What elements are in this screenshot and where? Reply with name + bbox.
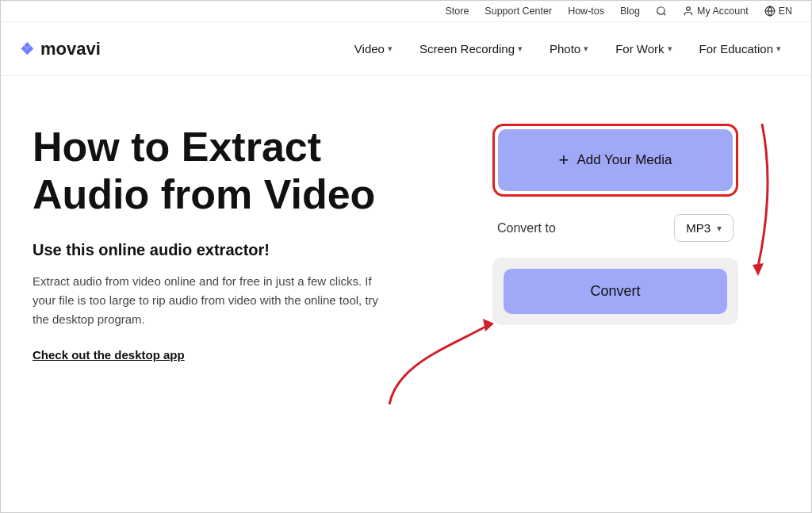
account-link[interactable]: My Account: [683, 6, 749, 17]
description: Extract audio from video online and for …: [33, 272, 381, 329]
store-link[interactable]: Store: [445, 6, 469, 17]
convert-button-wrapper: Convert: [492, 258, 738, 325]
language-selector[interactable]: EN: [764, 6, 792, 17]
nav-items: Video ▾ Screen Recording ▾ Photo ▾ For W…: [343, 36, 792, 62]
chevron-down-icon: ▾: [717, 223, 722, 234]
desktop-app-link[interactable]: Check out the desktop app: [33, 348, 185, 362]
logo-icon: ❖: [20, 40, 34, 59]
chevron-down-icon: ▾: [776, 44, 781, 54]
svg-marker-6: [483, 319, 494, 331]
page-title: How to Extract Audio from Video: [33, 124, 445, 219]
main-content: How to Extract Audio from Video Use this…: [1, 76, 811, 507]
nav-item-for-work[interactable]: For Work ▾: [604, 36, 683, 62]
support-link[interactable]: Support Center: [485, 6, 552, 17]
format-selector[interactable]: MP3 ▾: [674, 214, 733, 242]
top-utility-bar: Store Support Center How-tos Blog My Acc…: [1, 1, 811, 22]
convert-to-row: Convert to MP3 ▾: [492, 206, 738, 250]
logo[interactable]: ❖ movavi: [20, 39, 101, 59]
chevron-down-icon: ▾: [518, 44, 523, 54]
svg-point-0: [657, 7, 665, 14]
convert-to-label: Convert to: [497, 221, 556, 235]
blog-link[interactable]: Blog: [620, 6, 640, 17]
add-media-wrapper: + Add Your Media: [492, 124, 738, 197]
search-trigger[interactable]: [656, 6, 667, 17]
chevron-down-icon: ▾: [668, 44, 672, 54]
right-widget: + Add Your Media Convert to MP3 ▾ Conver…: [492, 124, 738, 325]
chevron-down-icon: ▾: [584, 44, 588, 54]
add-media-label: Add Your Media: [576, 152, 672, 168]
plus-icon: +: [559, 150, 569, 170]
add-media-button[interactable]: + Add Your Media: [498, 129, 733, 191]
nav-item-video[interactable]: Video ▾: [343, 36, 404, 62]
svg-point-2: [687, 7, 691, 11]
nav-item-photo[interactable]: Photo ▾: [538, 36, 599, 62]
format-value: MP3: [686, 221, 710, 235]
howtos-link[interactable]: How-tos: [568, 6, 604, 17]
left-content: How to Extract Audio from Video Use this…: [33, 124, 445, 362]
subtitle: Use this online audio extractor!: [33, 241, 445, 259]
svg-marker-5: [753, 263, 764, 276]
chevron-down-icon: ▾: [388, 44, 393, 54]
nav-item-for-education[interactable]: For Education ▾: [688, 36, 792, 62]
nav-item-screen-recording[interactable]: Screen Recording ▾: [408, 36, 534, 62]
svg-line-1: [664, 13, 666, 16]
main-navigation: ❖ movavi Video ▾ Screen Recording ▾ Phot…: [1, 22, 811, 76]
convert-button[interactable]: Convert: [504, 269, 727, 314]
